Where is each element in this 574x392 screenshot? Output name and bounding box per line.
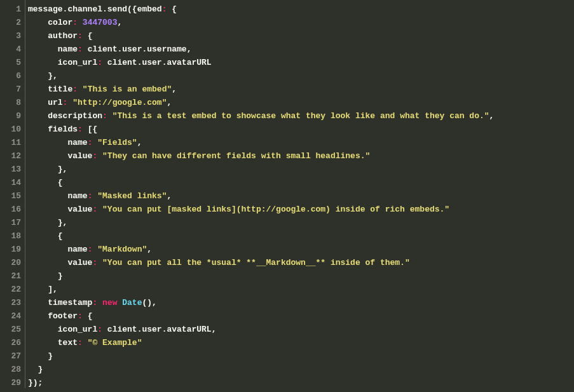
code-line[interactable]: } xyxy=(28,363,574,376)
code-token: name xyxy=(28,44,78,54)
code-line[interactable]: ], xyxy=(28,283,574,296)
line-number: 14 xyxy=(0,176,21,189)
code-line[interactable]: author: { xyxy=(28,29,574,43)
code-token: name xyxy=(28,191,88,201)
line-number: 8 xyxy=(0,96,21,109)
code-line[interactable]: }, xyxy=(28,216,574,229)
code-token: : xyxy=(78,44,83,54)
code-token: : xyxy=(78,311,83,321)
line-number: 16 xyxy=(0,203,21,216)
code-token: client.user.avatarURL, xyxy=(102,325,216,334)
line-number: 13 xyxy=(0,163,21,176)
code-token: : xyxy=(72,84,78,94)
code-token: name xyxy=(28,138,88,147)
line-number: 17 xyxy=(0,216,21,229)
code-token xyxy=(97,205,102,214)
code-token xyxy=(97,298,102,308)
code-token xyxy=(97,258,102,267)
code-token: title xyxy=(28,84,72,94)
code-token: text xyxy=(28,338,78,348)
code-token: Date xyxy=(122,298,142,308)
code-token: value xyxy=(28,205,92,214)
code-token: } xyxy=(28,271,63,281)
line-number: 15 xyxy=(0,189,21,203)
code-line[interactable]: title: "This is an embed", xyxy=(28,83,574,96)
code-area[interactable]: message.channel.send({embed: { color: 34… xyxy=(25,0,574,388)
code-line[interactable]: } xyxy=(28,269,574,283)
code-token: "Fields" xyxy=(97,138,137,147)
code-line[interactable]: { xyxy=(28,176,574,189)
code-token xyxy=(107,111,113,121)
code-token: fields xyxy=(28,125,78,134)
code-token: "Markdown" xyxy=(97,245,147,254)
code-line[interactable]: message.channel.send({embed: { xyxy=(28,3,574,16)
code-token: }, xyxy=(28,218,67,227)
code-token: "Masked links" xyxy=(97,191,167,201)
line-number: 25 xyxy=(0,323,21,336)
code-line[interactable]: value: "They can have different fields w… xyxy=(28,149,574,163)
code-line[interactable]: icon_url: client.user.avatarURL xyxy=(28,56,574,69)
code-token: : xyxy=(78,31,83,41)
line-number: 1 xyxy=(0,3,21,16)
code-token: { xyxy=(28,178,63,187)
code-token: name xyxy=(28,245,88,254)
code-token: { xyxy=(28,231,63,241)
code-line[interactable]: } xyxy=(28,349,574,363)
code-line[interactable]: name: "Markdown", xyxy=(28,243,574,256)
code-token: message.channel.send({embed xyxy=(28,4,162,14)
code-line[interactable]: url: "http://google.com", xyxy=(28,96,574,109)
code-token: : xyxy=(72,18,78,27)
code-token: } xyxy=(28,365,43,374)
line-number: 24 xyxy=(0,309,21,323)
code-token: : xyxy=(102,111,107,121)
code-token: description xyxy=(28,111,102,121)
code-editor[interactable]: 1234567891011121314151617181920212223242… xyxy=(0,0,574,392)
code-token: footer xyxy=(28,311,78,321)
code-line[interactable]: value: "You can put all the *usual* **__… xyxy=(28,256,574,269)
code-token: "They can have different fields with sma… xyxy=(102,151,370,161)
code-token: 3447003 xyxy=(83,18,118,27)
code-token: }); xyxy=(28,378,43,388)
code-token: "This is an embed" xyxy=(83,84,172,94)
code-line[interactable]: value: "You can put [masked links](http:… xyxy=(28,203,574,216)
code-line[interactable]: }, xyxy=(28,163,574,176)
code-token: value xyxy=(28,258,92,267)
code-token xyxy=(78,84,83,94)
code-line[interactable]: icon_url: client.user.avatarURL, xyxy=(28,323,574,336)
code-token: ], xyxy=(28,285,58,294)
code-token: "You can put all the *usual* **__Markdow… xyxy=(102,258,410,267)
line-number: 26 xyxy=(0,336,21,349)
line-number: 6 xyxy=(0,69,21,83)
code-line[interactable]: { xyxy=(28,229,574,243)
code-line[interactable]: description: "This is a test embed to sh… xyxy=(28,109,574,123)
code-token: icon_url xyxy=(28,325,97,334)
code-line[interactable]: name: client.user.username, xyxy=(28,43,574,56)
code-token: (), xyxy=(142,298,156,308)
code-line[interactable]: timestamp: new Date(), xyxy=(28,296,574,309)
code-line[interactable]: name: "Fields", xyxy=(28,136,574,149)
code-line[interactable]: name: "Masked links", xyxy=(28,189,574,203)
code-token: } xyxy=(28,351,53,361)
code-token: : xyxy=(97,58,102,67)
line-number: 2 xyxy=(0,16,21,29)
code-token: , xyxy=(117,18,122,27)
code-token: "http://google.com" xyxy=(72,98,167,107)
line-number: 3 xyxy=(0,29,21,43)
line-number: 22 xyxy=(0,283,21,296)
code-line[interactable]: fields: [{ xyxy=(28,123,574,136)
code-line[interactable]: color: 3447003, xyxy=(28,16,574,29)
code-line[interactable]: text: "© Example" xyxy=(28,336,574,349)
line-number-gutter: 1234567891011121314151617181920212223242… xyxy=(0,0,25,388)
code-token: { xyxy=(83,311,93,321)
code-token: "© Example" xyxy=(88,338,142,348)
code-token: [{ xyxy=(83,125,97,134)
code-line[interactable]: }); xyxy=(28,376,574,388)
code-line[interactable]: footer: { xyxy=(28,309,574,323)
code-token: value xyxy=(28,151,92,161)
code-token: "You can put [masked links](http://googl… xyxy=(102,205,449,214)
code-line[interactable]: }, xyxy=(28,69,574,83)
line-number: 12 xyxy=(0,149,21,163)
code-token: , xyxy=(147,245,152,254)
code-token xyxy=(97,151,102,161)
line-number: 10 xyxy=(0,123,21,136)
